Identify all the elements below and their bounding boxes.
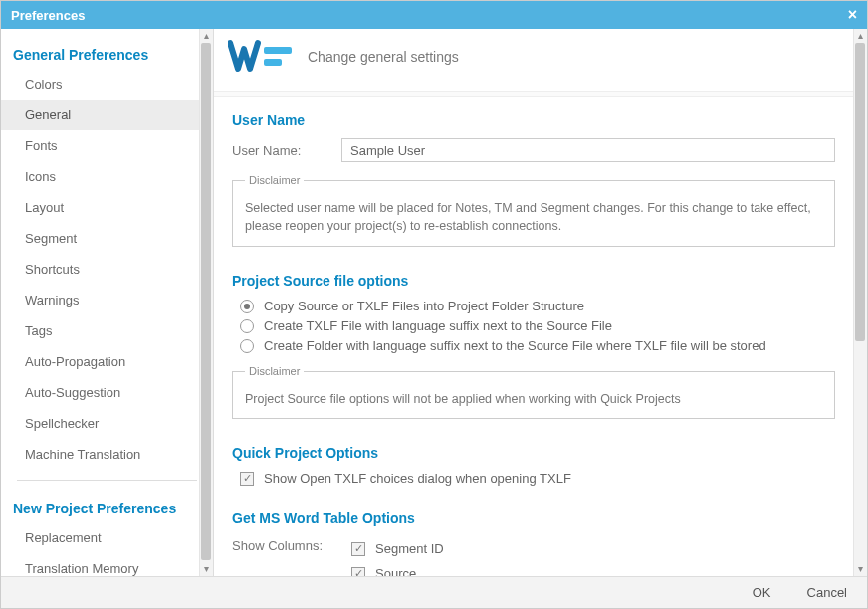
checkbox-row-col-segment-id[interactable]: Segment ID [351,541,444,556]
scroll-down-icon[interactable]: ▾ [201,564,211,574]
sidebar-item-warnings[interactable]: Warnings [1,285,213,315]
sidebar-scrollthumb[interactable] [201,43,211,560]
sidebar-item-translation-memory[interactable]: Translation Memory [1,553,213,576]
content-scrollbar[interactable]: ▴ ▾ [853,29,867,576]
label-user-name: User Name: [232,143,341,158]
scroll-up-icon[interactable]: ▴ [855,31,865,41]
scroll-down-icon[interactable]: ▾ [855,564,865,574]
content-header: Change general settings [214,29,853,91]
page-title: Change general settings [308,49,459,65]
disclaimer-project-source: Disclaimer Project Source file options w… [232,363,835,419]
radio-row-ps-2[interactable]: Create Folder with language suffix next … [240,338,835,353]
ok-button[interactable]: OK [753,585,771,600]
radio-ps-1[interactable] [240,319,254,333]
sidebar-item-tags[interactable]: Tags [1,315,213,346]
disclaimer-text-ps: Project Source file options will not be … [245,392,681,406]
checkbox-col-0[interactable] [351,542,365,556]
sidebar-scrollbar[interactable]: ▴ ▾ [199,29,213,576]
svg-rect-0 [264,47,292,54]
sidebar-inner: General Preferences ColorsGeneralFontsIc… [1,29,213,576]
sidebar-item-general[interactable]: General [1,100,213,130]
radio-label-ps-0: Copy Source or TXLF Files into Project F… [264,299,584,313]
heading-project-source: Project Source file options [232,273,835,289]
titlebar-title: Preferences [11,8,85,23]
section-quick-project: Quick Project Options Show Open TXLF cho… [214,429,853,495]
preferences-dialog: Preferences × General Preferences Colors… [0,0,868,609]
heading-quick-project: Quick Project Options [232,445,835,461]
radio-label-ps-1: Create TXLF File with language suffix ne… [264,318,612,333]
radio-ps-2[interactable] [240,339,254,353]
sidebar-item-layout[interactable]: Layout [1,192,213,223]
sidebar-item-icons[interactable]: Icons [1,161,213,192]
close-icon[interactable]: × [848,6,857,24]
sidebar-item-machine-translation[interactable]: Machine Translation [1,439,213,470]
dialog-body: General Preferences ColorsGeneralFontsIc… [1,29,867,576]
sidebar-item-shortcuts[interactable]: Shortcuts [1,254,213,285]
heading-ms-word: Get MS Word Table Options [232,510,835,526]
disclaimer-text: Selected user name will be placed for No… [245,201,811,234]
section-project-source: Project Source file options Copy Source … [214,257,853,429]
checkbox-row-col-source[interactable]: Source [351,566,444,576]
sidebar-divider [17,480,197,481]
radio-ps-0[interactable] [240,300,254,313]
cancel-button[interactable]: Cancel [807,585,847,600]
scroll-up-icon[interactable]: ▴ [201,31,211,41]
row-user-name: User Name: [232,138,835,162]
input-user-name[interactable] [341,138,835,162]
sidebar-item-colors[interactable]: Colors [1,69,213,100]
app-logo-icon [228,37,298,77]
checkbox-label-col-0: Segment ID [375,541,444,556]
disclaimer-legend-ps: Disclaimer [245,363,304,380]
sidebar-item-auto-suggestion[interactable]: Auto-Suggestion [1,377,213,408]
disclaimer-legend: Disclaimer [245,172,304,189]
sidebar-item-replacement[interactable]: Replacement [1,522,213,553]
section-user-name: User Name User Name: Disclaimer Selected… [214,97,853,257]
titlebar: Preferences × [1,1,867,29]
checkbox-row-open-txlf[interactable]: Show Open TXLF choices dialog when openi… [240,471,835,486]
content-scrollthumb[interactable] [855,43,865,341]
radio-row-ps-1[interactable]: Create TXLF File with language suffix ne… [240,318,835,333]
disclaimer-user-name: Disclaimer Selected user name will be pl… [232,172,835,247]
content: Change general settings User Name User N… [214,29,853,576]
sidebar-item-auto-propagation[interactable]: Auto-Propagation [1,346,213,377]
sidebar-section-newproject: New Project Preferences [1,491,213,522]
sidebar-section-general: General Preferences [1,37,213,69]
dialog-footer: OK Cancel [1,576,867,608]
show-columns-block: Show Columns: Segment IDSourceScore [232,536,835,576]
svg-rect-1 [264,59,282,66]
sidebar: General Preferences ColorsGeneralFontsIc… [1,29,214,576]
heading-user-name: User Name [232,112,835,128]
section-ms-word: Get MS Word Table Options Show Columns: … [214,495,853,576]
sidebar-item-segment[interactable]: Segment [1,223,213,254]
sidebar-item-fonts[interactable]: Fonts [1,130,213,161]
content-wrap: Change general settings User Name User N… [214,29,867,576]
label-show-columns: Show Columns: [232,536,351,576]
radio-label-ps-2: Create Folder with language suffix next … [264,338,766,353]
sidebar-item-spellchecker[interactable]: Spellchecker [1,408,213,439]
checkbox-label-open-txlf: Show Open TXLF choices dialog when openi… [264,471,571,486]
checkbox-label-col-1: Source [375,566,416,576]
checkbox-open-txlf[interactable] [240,472,254,486]
checkbox-col-1[interactable] [351,567,365,576]
radio-row-ps-0[interactable]: Copy Source or TXLF Files into Project F… [240,299,835,313]
